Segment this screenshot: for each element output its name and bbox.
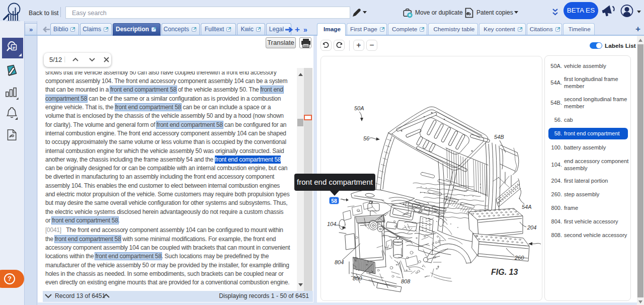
- svg-text:56: 56: [363, 135, 370, 141]
- svg-text:260: 260: [514, 255, 524, 261]
- svg-text:54B: 54B: [494, 134, 504, 140]
- svg-text:P: P: [13, 46, 16, 50]
- svg-text:204: 204: [527, 224, 536, 231]
- svg-text:800: 800: [353, 275, 362, 281]
- svg-text:104: 104: [327, 221, 336, 227]
- svg-text:50A: 50A: [354, 105, 364, 111]
- svg-text:808: 808: [401, 278, 411, 284]
- svg-text:FIG. 13: FIG. 13: [491, 268, 518, 276]
- svg-text:54A: 54A: [522, 204, 532, 210]
